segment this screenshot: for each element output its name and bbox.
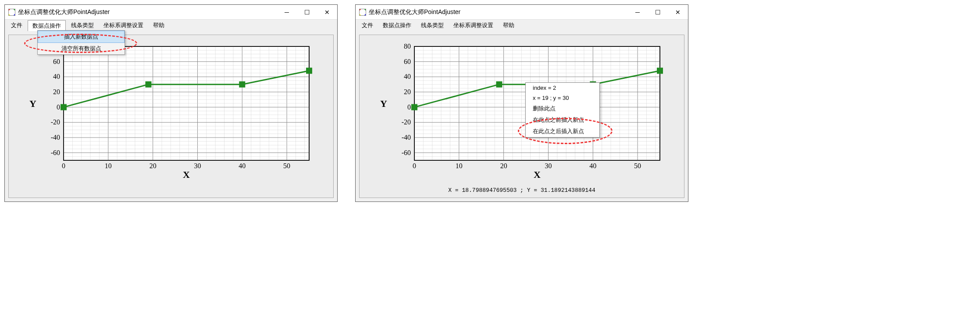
svg-text:40: 40 [53,73,60,80]
dropdown-clear-all[interactable]: 清空所有数据点 [38,43,125,54]
menu-line-type[interactable]: 线条类型 [67,20,98,31]
minimize-button[interactable]: ─ [277,5,297,20]
menu-data-ops[interactable]: 数据点操作 [28,20,66,31]
minimize-button[interactable]: ─ [627,5,648,20]
menubar: 文件 数据点操作 线条类型 坐标系调整设置 帮助 [356,20,688,31]
data-ops-dropdown: 插入新数据点 清空所有数据点 [37,30,125,55]
menu-help[interactable]: 帮助 [499,20,519,31]
chart-area[interactable]: 01020304050-60-40-200204060XY [8,35,334,198]
context-delete[interactable]: 删除此点 [526,103,599,114]
svg-rect-157 [411,104,417,110]
svg-text:30: 30 [194,162,201,170]
menu-file[interactable]: 文件 [7,20,27,31]
maximize-button[interactable]: ☐ [297,5,317,20]
status-coordinates: X = 18.7988947695503 ; Y = 31.1892143889… [362,187,681,195]
svg-text:40: 40 [589,162,596,170]
menu-file[interactable]: 文件 [357,20,378,31]
svg-rect-78 [239,81,245,88]
svg-text:30: 30 [545,162,552,170]
svg-text:20: 20 [500,162,507,170]
svg-text:-20: -20 [402,118,411,126]
svg-text:-20: -20 [51,118,60,126]
svg-text:0: 0 [407,103,411,111]
menu-data-ops[interactable]: 数据点操作 [378,20,416,31]
svg-rect-158 [496,81,502,88]
svg-text:-40: -40 [51,134,60,141]
svg-text:60: 60 [53,58,60,65]
svg-text:50: 50 [634,162,641,170]
context-index: index = 2 [526,83,599,93]
svg-text:Y: Y [29,98,36,109]
context-insert-after[interactable]: 在此点之后插入新点 [526,126,599,137]
context-coords: x = 19 ; y = 30 [526,93,599,103]
context-insert-before[interactable]: 在此点之前插入新点 [526,114,599,126]
svg-text:60: 60 [404,58,411,65]
svg-text:0: 0 [413,162,416,170]
svg-text:80: 80 [404,42,411,50]
close-button[interactable]: ✕ [317,5,337,20]
chart-canvas[interactable]: 01020304050-60-40-200204060XY [11,38,331,187]
svg-text:0: 0 [62,162,65,170]
menu-help[interactable]: 帮助 [149,20,169,31]
menu-axis-settings[interactable]: 坐标系调整设置 [99,20,148,31]
menubar: 文件 数据点操作 线条类型 坐标系调整设置 帮助 [5,20,337,31]
svg-text:-60: -60 [51,149,60,156]
app-window-left: 坐标点调整优化大师PointAdjuster ─ ☐ ✕ 文件 数据点操作 线条… [4,4,338,202]
app-icon [8,9,15,16]
menu-axis-settings[interactable]: 坐标系调整设置 [449,20,498,31]
chart-canvas[interactable]: 01020304050-60-40-20020406080XY [362,38,681,187]
svg-text:40: 40 [239,162,246,170]
svg-text:10: 10 [105,162,112,170]
app-icon [359,9,366,16]
svg-text:0: 0 [57,103,60,111]
svg-text:10: 10 [456,162,463,170]
chart-area[interactable]: 01020304050-60-40-20020406080XY X = 18.7… [359,35,684,198]
titlebar[interactable]: 坐标点调整优化大师PointAdjuster ─ ☐ ✕ [356,5,688,20]
svg-text:50: 50 [283,162,290,170]
svg-text:20: 20 [404,88,411,95]
svg-rect-76 [61,104,67,110]
window-title: 坐标点调整优化大师PointAdjuster [18,8,277,16]
svg-text:40: 40 [404,73,411,80]
svg-text:X: X [183,169,190,180]
svg-text:-40: -40 [402,134,411,141]
svg-rect-77 [145,81,151,88]
close-button[interactable]: ✕ [668,5,688,20]
window-title: 坐标点调整优化大师PointAdjuster [369,8,627,16]
svg-text:X: X [534,169,541,180]
menu-line-type[interactable]: 线条类型 [417,20,448,31]
svg-text:-60: -60 [402,149,411,156]
svg-text:20: 20 [150,162,157,170]
dropdown-insert-point[interactable]: 插入新数据点 [38,31,125,43]
svg-text:Y: Y [380,98,387,109]
app-window-right: 坐标点调整优化大师PointAdjuster ─ ☐ ✕ 文件 数据点操作 线条… [355,4,688,202]
titlebar[interactable]: 坐标点调整优化大师PointAdjuster ─ ☐ ✕ [5,5,337,20]
maximize-button[interactable]: ☐ [648,5,668,20]
svg-rect-160 [657,67,663,74]
svg-rect-79 [306,67,312,74]
point-context-menu: index = 2 x = 19 ; y = 30 删除此点 在此点之前插入新点… [525,82,600,138]
svg-text:20: 20 [53,88,60,95]
